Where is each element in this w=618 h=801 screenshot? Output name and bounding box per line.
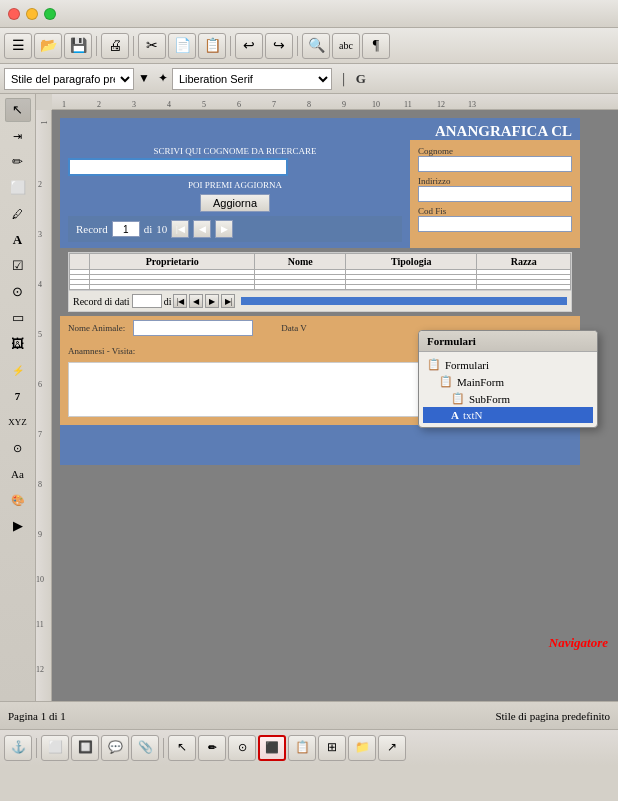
para-btn[interactable]: ¶ bbox=[362, 33, 390, 59]
page-info: Pagina 1 di 1 bbox=[8, 710, 66, 722]
image-tool[interactable]: 🖼 bbox=[5, 332, 31, 356]
anamnesi-label: Anamnesi - Visita: bbox=[68, 346, 135, 356]
cognome-input[interactable] bbox=[418, 156, 572, 172]
table-first-btn[interactable]: |◀ bbox=[173, 294, 187, 308]
indirizzo-input[interactable] bbox=[418, 186, 572, 202]
bt-arrow-btn[interactable]: ↗ bbox=[378, 735, 406, 761]
doc-title-area: ANANGRAFICA CL bbox=[60, 118, 580, 140]
bt-btn2[interactable]: 🔲 bbox=[71, 735, 99, 761]
traffic-lights bbox=[8, 8, 56, 20]
folder-icon: 📋 bbox=[427, 358, 441, 371]
bt-btn1[interactable]: ⬜ bbox=[41, 735, 69, 761]
top-two-col: SCRIVI QUI COGNOME DA RICERCARE POI PREM… bbox=[60, 140, 580, 248]
statusbar: Pagina 1 di 1 Stile di pagina predefinit… bbox=[0, 701, 618, 729]
format-icon1: ▼ bbox=[138, 71, 150, 86]
table-record-bar: Record di dati di |◀ ◀ ▶ ▶| bbox=[69, 290, 571, 311]
font-tool[interactable]: Aa bbox=[5, 462, 31, 486]
bt-select-btn[interactable]: ↖ bbox=[168, 735, 196, 761]
paste-btn[interactable]: 📋 bbox=[198, 33, 226, 59]
tab-order-tool[interactable]: ⇥ bbox=[5, 124, 31, 148]
bt-btn4[interactable]: 📎 bbox=[131, 735, 159, 761]
nav-tool[interactable]: ⚡ bbox=[5, 358, 31, 382]
g-button[interactable]: G bbox=[356, 71, 366, 87]
date-tool[interactable]: ⊙ bbox=[5, 436, 31, 460]
box-tool[interactable]: ⬜ bbox=[5, 176, 31, 200]
bt-sep2 bbox=[163, 738, 164, 758]
nav-item-label: Formulari bbox=[445, 359, 489, 371]
pen-tool[interactable]: 🖊 bbox=[5, 202, 31, 226]
codfis-input[interactable] bbox=[418, 216, 572, 232]
color-tool[interactable]: 🎨 bbox=[5, 488, 31, 512]
nav-tree: 📋 Formulari 📋 MainForm 📋 bbox=[419, 352, 597, 427]
table-next-btn[interactable]: ▶ bbox=[205, 294, 219, 308]
close-button[interactable] bbox=[8, 8, 20, 20]
format-bar: Stile del paragrafo prede ▼ ✦ Liberation… bbox=[0, 64, 618, 94]
document-area[interactable]: ANANGRAFICA CL SCRIVI QUI COGNOME DA RIC… bbox=[52, 110, 618, 701]
open-btn[interactable]: 📂 bbox=[34, 33, 62, 59]
codfis-label: Cod Fis bbox=[418, 206, 572, 216]
vertical-ruler: 1 2 3 4 5 6 7 8 9 10 11 12 bbox=[36, 110, 52, 701]
bt-grid-btn[interactable]: ⊞ bbox=[318, 735, 346, 761]
menu-btn[interactable]: ☰ bbox=[4, 33, 32, 59]
col-tipologia: Tipologia bbox=[345, 254, 477, 270]
txtn-icon: A bbox=[451, 409, 459, 421]
nav-tree-subform[interactable]: 📋 SubForm bbox=[423, 390, 593, 407]
aggiorna-button[interactable]: Aggiorna bbox=[200, 194, 270, 212]
navigator-popup-title: Formulari bbox=[419, 331, 597, 352]
col-check bbox=[70, 254, 90, 270]
para-style-select[interactable]: Stile del paragrafo prede bbox=[4, 68, 134, 90]
cut-btn[interactable]: ✂ bbox=[138, 33, 166, 59]
edit-tool[interactable]: ✏ bbox=[5, 150, 31, 174]
table-record-input[interactable] bbox=[132, 294, 162, 308]
copy-btn[interactable]: 📄 bbox=[168, 33, 196, 59]
print-btn[interactable]: 🖨 bbox=[101, 33, 129, 59]
titlebar bbox=[0, 0, 618, 28]
nav-tree-txtn[interactable]: A txtN bbox=[423, 407, 593, 423]
find-btn[interactable]: 🔍 bbox=[302, 33, 330, 59]
nome-animale-label: Nome Animale: bbox=[68, 323, 125, 333]
table-record-label: Record di dati bbox=[73, 296, 130, 307]
nome-animale-input[interactable] bbox=[133, 320, 253, 336]
nav-mainform-label: MainForm bbox=[457, 376, 504, 388]
bt-nav-btn[interactable]: ⬛ bbox=[258, 735, 286, 761]
maximize-button[interactable] bbox=[44, 8, 56, 20]
redo-btn[interactable]: ↪ bbox=[265, 33, 293, 59]
record-number-input[interactable]: 1 bbox=[112, 221, 140, 237]
font-name-select[interactable]: Liberation Serif bbox=[172, 68, 332, 90]
main-layout: ↖ ⇥ ✏ ⬜ 🖊 A ☑ ⊙ ▭ 🖼 ⚡ 7 XYZ ⊙ Aa 🎨 ▶ 1 2… bbox=[0, 94, 618, 701]
record-next-btn[interactable]: ▶ bbox=[215, 220, 233, 238]
xyz-tool[interactable]: XYZ bbox=[5, 410, 31, 434]
rect-tool[interactable]: ▭ bbox=[5, 306, 31, 330]
bt-form-btn[interactable]: 📋 bbox=[288, 735, 316, 761]
table-di-label: di bbox=[164, 296, 172, 307]
bt-toggle-btn[interactable]: ⊙ bbox=[228, 735, 256, 761]
horizontal-ruler: 1 2 3 4 5 6 7 8 9 10 11 12 13 bbox=[52, 94, 618, 110]
text-tool[interactable]: A bbox=[5, 228, 31, 252]
spell-btn[interactable]: abc bbox=[332, 33, 360, 59]
bt-folder-btn[interactable]: 📁 bbox=[348, 735, 376, 761]
minimize-button[interactable] bbox=[26, 8, 38, 20]
record-first-btn[interactable]: |◀ bbox=[171, 220, 189, 238]
subform-icon: 📋 bbox=[451, 392, 465, 405]
bt-edit-btn[interactable]: ✏ bbox=[198, 735, 226, 761]
bt-btn3[interactable]: 💬 bbox=[101, 735, 129, 761]
record-prev-btn[interactable]: ◀ bbox=[193, 220, 211, 238]
select-tool[interactable]: ↖ bbox=[5, 98, 31, 122]
top-right-col: Cognome Indirizzo Cod Fis bbox=[410, 140, 580, 248]
record-label: Record bbox=[76, 223, 108, 235]
table-prev-btn[interactable]: ◀ bbox=[189, 294, 203, 308]
nav-tree-mainform[interactable]: 📋 MainForm bbox=[423, 373, 593, 390]
subform-section: Proprietario Nome Tipologia Razza bbox=[68, 252, 572, 312]
more-tool[interactable]: ▶ bbox=[5, 514, 31, 538]
table-last-btn[interactable]: ▶| bbox=[221, 294, 235, 308]
checkbox-tool[interactable]: ☑ bbox=[5, 254, 31, 278]
bottom-toolbar: ⚓ ⬜ 🔲 💬 📎 ↖ ✏ ⊙ ⬛ 📋 ⊞ 📁 ↗ bbox=[0, 729, 618, 765]
nav-tree-formulari[interactable]: 📋 Formulari bbox=[423, 356, 593, 373]
radio-tool[interactable]: ⊙ bbox=[5, 280, 31, 304]
num-tool[interactable]: 7 bbox=[5, 384, 31, 408]
bottom-blue-section bbox=[60, 425, 580, 465]
save-btn[interactable]: 💾 bbox=[64, 33, 92, 59]
undo-btn[interactable]: ↩ bbox=[235, 33, 263, 59]
anchor-btn[interactable]: ⚓ bbox=[4, 735, 32, 761]
search-input[interactable] bbox=[68, 158, 288, 176]
